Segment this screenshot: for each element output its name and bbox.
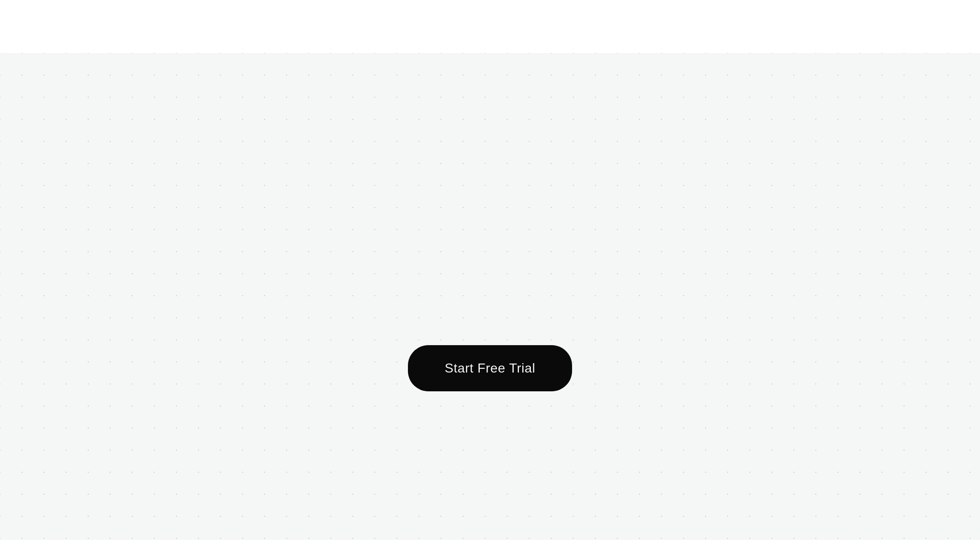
- main-section: Start Free Trial: [0, 53, 980, 540]
- dot-background: [0, 53, 980, 540]
- start-free-trial-button[interactable]: Start Free Trial: [408, 345, 572, 391]
- top-section: [0, 0, 980, 53]
